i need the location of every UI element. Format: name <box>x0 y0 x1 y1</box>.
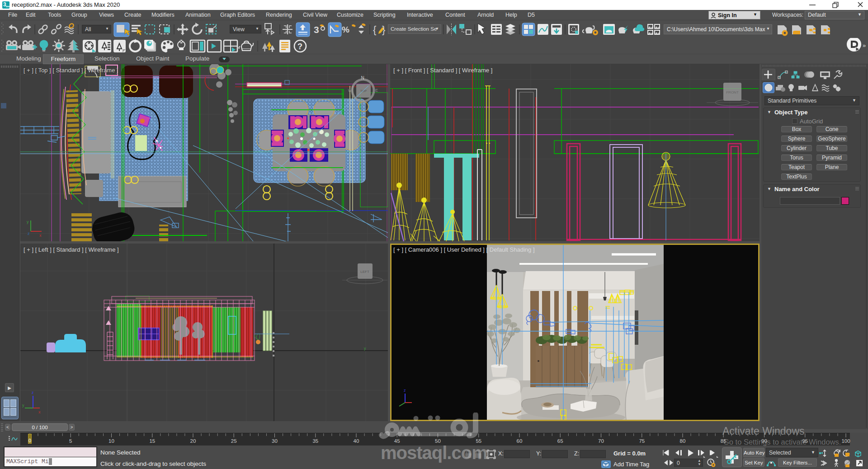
svg-text:?: ? <box>297 42 302 51</box>
svg-text:»: » <box>863 42 866 49</box>
svg-text:20: 20 <box>190 438 196 444</box>
svg-text:35: 35 <box>312 438 318 444</box>
svg-text:x: x <box>38 410 41 414</box>
svg-text:[ + ] [ Top ] [ Standard ] [ W: [ + ] [ Top ] [ Standard ] [ Wireframe ] <box>24 67 118 74</box>
svg-text:%: % <box>342 25 349 34</box>
svg-text:60: 60 <box>517 438 523 444</box>
svg-text:z: z <box>28 231 30 236</box>
svg-text:y: y <box>364 346 366 351</box>
svg-text:x: x <box>39 233 42 238</box>
svg-text:3: 3 <box>314 24 319 35</box>
svg-text:{: { <box>373 24 376 35</box>
svg-text:[ + ] [ Camera006 ] [ User Def: [ + ] [ Camera006 ] [ User Defined ] [ D… <box>393 246 535 253</box>
svg-text:40: 40 <box>354 438 359 444</box>
svg-text:E: E <box>375 88 378 93</box>
svg-text:75: 75 <box>639 438 645 444</box>
svg-text:10: 10 <box>108 438 114 444</box>
svg-text:}: } <box>382 24 385 35</box>
svg-text:mostaql.com: mostaql.com <box>381 443 487 463</box>
svg-text:TOP: TOP <box>360 89 367 93</box>
svg-text:30: 30 <box>272 438 278 444</box>
svg-text:65: 65 <box>557 438 563 444</box>
svg-text:5: 5 <box>69 438 72 444</box>
svg-text:y: y <box>27 220 29 224</box>
svg-text:[ + ] [ Front ] [ Standard ] [: [ + ] [ Front ] [ Standard ] [ Wireframe… <box>393 67 492 74</box>
svg-text:70: 70 <box>598 438 604 444</box>
svg-text:N: N <box>361 75 364 80</box>
svg-text:80: 80 <box>680 438 686 444</box>
svg-text:y: y <box>22 403 24 408</box>
svg-text:FRONT: FRONT <box>726 90 739 94</box>
svg-text:LEFT: LEFT <box>360 270 369 274</box>
svg-text:S: S <box>361 101 364 106</box>
svg-text:15: 15 <box>149 438 155 444</box>
svg-text:z: z <box>404 388 406 393</box>
svg-text:100: 100 <box>841 438 850 444</box>
svg-text:25: 25 <box>231 438 237 444</box>
svg-text:W: W <box>348 88 352 93</box>
svg-text:[ + ] [ Left ] [ Standard ] [: [ + ] [ Left ] [ Standard ] [ Wireframe … <box>24 246 119 253</box>
svg-text:z: z <box>32 390 34 395</box>
